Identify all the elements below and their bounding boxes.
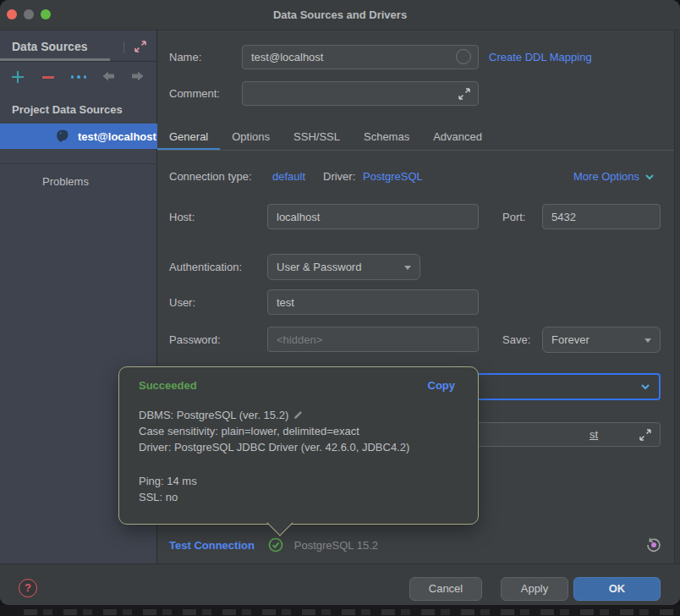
tooltip-status: Succeeded (139, 379, 197, 392)
copy-link[interactable]: Copy (428, 379, 456, 392)
settings-tabs: General Options SSH/SSL Schemas Advanced (157, 124, 680, 151)
authentication-label: Authentication: (169, 261, 242, 273)
tabs-divider (157, 150, 674, 151)
chevron-down-icon (644, 338, 651, 343)
test-connection-row: Test Connection PostgreSQL 15.2 (169, 537, 378, 554)
more-actions-icon[interactable] (71, 69, 86, 85)
apply-button[interactable]: Apply (501, 577, 568, 601)
tab-schemas[interactable]: Schemas (352, 124, 421, 151)
connection-type-label: Connection type: (169, 170, 252, 183)
postgresql-elephant-icon (55, 129, 70, 144)
ping-ssl-lines: Ping: 14 ms SSL: no (139, 473, 197, 505)
expand-url-icon[interactable] (639, 428, 652, 442)
port-label: Port: (502, 211, 525, 223)
host-label: Host: (169, 211, 195, 223)
data-sources-dialog: Data Sources and Drivers Data Sources (0, 0, 680, 605)
password-field-wrap (267, 327, 479, 352)
vertical-scrollbar[interactable] (674, 30, 680, 564)
window-title: Data Sources and Drivers (0, 8, 680, 21)
authentication-select[interactable]: User & Password (267, 254, 420, 280)
sidebar-header-separator (123, 41, 124, 53)
test-connection-link[interactable]: Test Connection (169, 539, 255, 552)
success-check-icon (268, 537, 283, 553)
chevron-down-icon[interactable] (644, 173, 655, 181)
divider (0, 61, 157, 62)
expand-comment-icon[interactable] (458, 87, 471, 101)
host-input[interactable] (268, 205, 478, 228)
comment-label: Comment: (169, 87, 220, 100)
driver-link[interactable]: PostgreSQL (363, 170, 423, 183)
save-label: Save: (502, 333, 530, 346)
footer-bar: ? Cancel Apply OK (0, 564, 680, 605)
back-arrow-icon[interactable] (101, 69, 117, 85)
ok-button[interactable]: OK (573, 577, 661, 601)
edit-pencil-icon[interactable] (293, 410, 304, 421)
sidebar-toolbar (0, 66, 157, 88)
chevron-down-icon (640, 382, 650, 391)
name-field-wrap (242, 45, 479, 69)
name-label: Name: (169, 51, 201, 63)
ssl-line: SSL: no (139, 489, 197, 505)
remove-data-source-icon[interactable] (41, 69, 56, 85)
divider (0, 163, 157, 164)
password-input[interactable] (268, 327, 478, 351)
test-connection-tooltip: Succeeded Copy DBMS: PostgreSQL (ver. 15… (118, 366, 479, 525)
expand-panel-icon[interactable] (133, 39, 148, 54)
title-bar: Data Sources and Drivers (0, 0, 680, 30)
connection-type-link[interactable]: default (272, 170, 305, 183)
save-select[interactable]: Forever (542, 327, 661, 353)
port-input[interactable] (543, 205, 660, 228)
more-options-link[interactable]: More Options (573, 170, 639, 183)
driver-line: Driver: PostgreSQL JDBC Driver (ver. 42.… (139, 439, 409, 455)
add-data-source-icon[interactable] (10, 69, 25, 85)
chevron-down-icon (404, 266, 411, 270)
tooltip-details: DBMS: PostgreSQL (ver. 15.2) Case sensit… (139, 407, 409, 455)
help-button[interactable]: ? (19, 579, 37, 597)
user-field-wrap (267, 289, 479, 315)
data-source-name: test@localhost (78, 130, 156, 143)
password-label: Password: (169, 333, 221, 346)
ping-line: Ping: 14 ms (139, 473, 197, 489)
tab-ssh-ssl[interactable]: SSH/SSL (282, 124, 352, 151)
tab-advanced[interactable]: Advanced (421, 124, 494, 151)
comment-field-wrap (242, 81, 479, 106)
revert-history-icon[interactable] (645, 536, 662, 553)
url-visible-text: st (590, 428, 598, 441)
cancel-button[interactable]: Cancel (409, 577, 482, 601)
case-sensitivity-line: Case sensitivity: plain=lower, delimited… (139, 423, 409, 439)
name-input[interactable] (243, 46, 478, 69)
name-sync-icon[interactable] (456, 49, 471, 64)
test-result-text: PostgreSQL 15.2 (294, 539, 378, 552)
sidebar-item-problems[interactable]: Problems (0, 171, 157, 193)
host-field-wrap (267, 204, 479, 229)
tab-options[interactable]: Options (220, 124, 282, 151)
port-field-wrap (542, 204, 661, 229)
user-label: User: (169, 296, 195, 309)
create-ddl-mapping-link[interactable]: Create DDL Mapping (489, 51, 592, 63)
project-data-sources-header: Project Data Sources (12, 103, 123, 116)
driver-label: Driver: (323, 170, 355, 183)
background-window-strip (0, 605, 680, 616)
blurred-background-text (24, 609, 673, 615)
dbms-line: DBMS: PostgreSQL (ver. 15.2) (139, 409, 288, 421)
forward-arrow-icon[interactable] (131, 69, 146, 85)
tab-general[interactable]: General (157, 124, 220, 151)
comment-input[interactable] (243, 82, 478, 105)
sidebar-header: Data Sources (12, 40, 87, 53)
sidebar-item-test-localhost[interactable]: test@localhost (0, 124, 157, 149)
user-input[interactable] (268, 290, 478, 314)
